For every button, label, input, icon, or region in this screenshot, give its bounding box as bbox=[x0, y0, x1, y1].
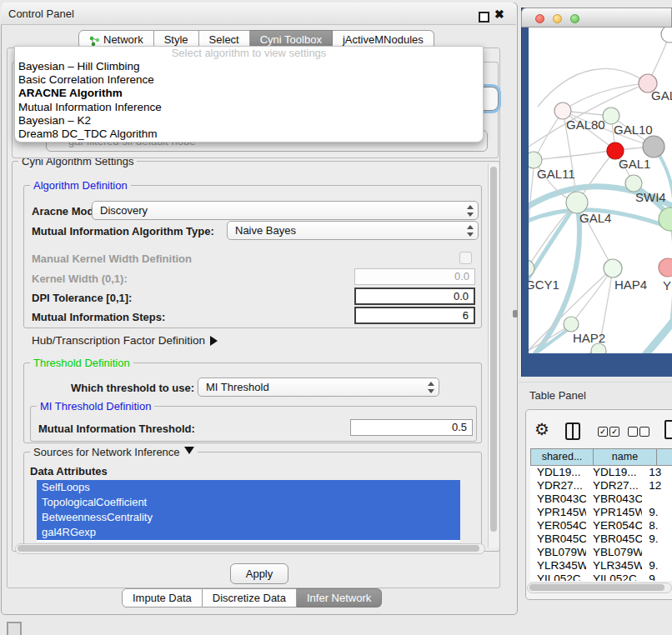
settings-vertical-scrollbar[interactable] bbox=[488, 163, 499, 548]
table-row[interactable]: YBL079WYBL079W bbox=[530, 546, 672, 559]
float-window-icon[interactable] bbox=[479, 12, 489, 22]
gear-icon[interactable]: ⚙ bbox=[534, 419, 549, 439]
table-cell: YDR27... bbox=[530, 479, 586, 492]
table-cell bbox=[642, 546, 672, 559]
mi-algorithm-type-combo[interactable]: Naive Bayes bbox=[227, 221, 479, 240]
table-row[interactable]: YBR045CYBR045C9. bbox=[530, 532, 672, 546]
algorithm-option-aracne-algorithm[interactable]: ARACNE Algorithm bbox=[15, 87, 483, 100]
collapsed-arrow-icon bbox=[210, 336, 223, 346]
settings-scrollbar-thumb[interactable] bbox=[490, 167, 497, 532]
aracne-mode-combo[interactable]: Discovery bbox=[92, 201, 479, 220]
panel-split-handle[interactable] bbox=[513, 310, 518, 318]
table-row[interactable]: YIL052CYIL052C9 bbox=[530, 572, 672, 581]
attribute-item-selfloops[interactable]: SelfLoops bbox=[37, 480, 460, 495]
manual-kernel-label: Manual Kernel Width Definition bbox=[32, 252, 192, 265]
zoom-window-light-icon[interactable] bbox=[570, 14, 579, 23]
dpi-tolerance-field[interactable]: 0.0 bbox=[354, 288, 475, 305]
control-panel-title: Control Panel bbox=[8, 8, 74, 20]
expanded-arrow-icon bbox=[184, 447, 194, 459]
mi-steps-field[interactable]: 6 bbox=[354, 307, 475, 324]
table-cell: 13 bbox=[642, 466, 672, 479]
combo-arrows-icon bbox=[466, 204, 474, 218]
settings-horizontal-scrollbar[interactable] bbox=[15, 543, 485, 554]
column-header-cut[interactable] bbox=[657, 448, 672, 466]
kernel-width-field[interactable]: 0.0 bbox=[354, 268, 475, 285]
horizontal-scrollbar-thumb[interactable] bbox=[18, 545, 479, 552]
minimize-window-light-icon[interactable] bbox=[553, 14, 562, 23]
table-cell: 9. bbox=[642, 506, 672, 519]
tab-impute-data[interactable]: Impute Data bbox=[122, 588, 203, 608]
unchecked-box-icon[interactable] bbox=[628, 427, 638, 437]
hub-section-label: Hub/Transcription Factor Definition bbox=[32, 334, 205, 347]
tab-discretize-data[interactable]: Discretize Data bbox=[203, 588, 297, 608]
table-cell: 12 bbox=[642, 479, 672, 492]
kernel-width-label: Kernel Width (0,1): bbox=[32, 272, 128, 285]
algorithm-option-mutual-information-inference[interactable]: Mutual Information Inference bbox=[15, 101, 483, 114]
aracne-mode-value: Discovery bbox=[100, 204, 148, 217]
table-cell: YBR043C bbox=[586, 492, 642, 506]
network-canvas[interactable] bbox=[529, 28, 672, 353]
algorithm-option-bayesian-hill-climbing[interactable]: Bayesian – Hill Climbing bbox=[15, 60, 483, 73]
table-cell: YIL052C bbox=[530, 572, 586, 581]
column-header-shared[interactable]: shared... bbox=[530, 448, 594, 466]
unchecked-box-icon[interactable] bbox=[639, 427, 649, 437]
checked-box-icon[interactable]: ✓ bbox=[609, 427, 619, 437]
algorithm-option-dream8-dc-tdc-algorithm[interactable]: Dream8 DC_TDC Algorithm bbox=[15, 128, 483, 141]
document-icon[interactable] bbox=[664, 420, 672, 439]
algorithm-dropdown-popup: Select algorithm to view settings Bayesi… bbox=[14, 46, 484, 142]
which-threshold-combo[interactable]: MI Threshold bbox=[198, 378, 439, 397]
table-body[interactable]: YDL19...YDL19...13YDR27...YDR27...12YBR0… bbox=[530, 466, 672, 581]
table-cell: YLR345W bbox=[586, 559, 642, 572]
table-cell: 9. bbox=[642, 532, 672, 546]
table-horizontal-scrollbar[interactable] bbox=[527, 582, 672, 593]
hub-section-toggle[interactable]: Hub/Transcription Factor Definition bbox=[32, 334, 223, 347]
close-window-light-icon[interactable] bbox=[535, 14, 544, 23]
table-header-row: shared...name bbox=[530, 448, 672, 466]
docked-window-icon[interactable] bbox=[7, 622, 22, 635]
dpi-tolerance-label: DPI Tolerance [0,1]: bbox=[32, 292, 132, 304]
table-row[interactable]: YDR27...YDR27...12 bbox=[530, 479, 672, 492]
table-cell: YDL19... bbox=[586, 466, 642, 479]
close-icon[interactable]: ✖ bbox=[494, 8, 504, 21]
apply-button[interactable]: Apply bbox=[230, 563, 288, 584]
tab-label: Impute Data bbox=[133, 589, 192, 607]
tab-label: Infer Network bbox=[307, 589, 371, 607]
mi-threshold-label: Mutual Information Threshold: bbox=[38, 422, 195, 435]
attribute-item-gal4rgexp[interactable]: gal4RGexp bbox=[37, 525, 460, 540]
mi-type-label: Mutual Information Algorithm Type: bbox=[32, 225, 214, 238]
algorithm-option-list: Bayesian – Hill ClimbingBasic Correlatio… bbox=[15, 60, 483, 141]
panel-divider bbox=[519, 382, 672, 382]
table-cell: YER054C bbox=[586, 519, 642, 532]
combo-arrows-icon bbox=[466, 224, 474, 238]
network-window-titlebar[interactable] bbox=[521, 8, 672, 28]
algorithm-option-bayesian-k2[interactable]: Bayesian – K2 bbox=[15, 114, 483, 128]
mi-threshold-field[interactable]: 0.5 bbox=[350, 419, 473, 436]
table-cell: 8. bbox=[642, 519, 672, 532]
data-attributes-label: Data Attributes bbox=[30, 465, 108, 478]
table-row[interactable]: YER054CYER054C8. bbox=[530, 519, 672, 532]
tab-infer-network[interactable]: Infer Network bbox=[297, 588, 382, 608]
algorithm-dropdown-placeholder: Select algorithm to view settings bbox=[15, 47, 483, 60]
manual-kernel-checkbox[interactable] bbox=[459, 252, 472, 264]
table-cell: YER054C bbox=[530, 519, 586, 532]
table-row[interactable]: YDL19...YDL19...13 bbox=[530, 466, 672, 479]
table-cell: YBR045C bbox=[530, 532, 586, 546]
sources-group-label: Sources for Network Inference bbox=[33, 446, 180, 458]
table-cell: YBR045C bbox=[586, 532, 642, 546]
table-scrollbar-thumb[interactable] bbox=[529, 584, 664, 591]
table-cell: YDR27... bbox=[586, 479, 642, 492]
data-attributes-list[interactable]: SelfLoopsTopologicalCoefficientBetweenne… bbox=[37, 480, 460, 542]
control-panel-titlebar bbox=[1, 2, 516, 25]
table-row[interactable]: YLR345WYLR345W9. bbox=[530, 559, 672, 572]
column-header-name[interactable]: name bbox=[594, 448, 657, 466]
sources-group-title[interactable]: Sources for Network Inference bbox=[30, 446, 198, 459]
columns-icon[interactable] bbox=[565, 422, 580, 440]
table-row[interactable]: YBR043CYBR043C bbox=[530, 492, 672, 506]
algorithm-option-basic-correlation-inference[interactable]: Basic Correlation Inference bbox=[15, 73, 483, 87]
threshold-definition-title: Threshold Definition bbox=[30, 357, 133, 369]
which-threshold-label: Which threshold to use: bbox=[71, 382, 194, 394]
attribute-item-betweennesscentrality[interactable]: BetweennessCentrality bbox=[37, 510, 460, 525]
checked-box-icon[interactable]: ✓ bbox=[598, 427, 608, 437]
attribute-item-topologicalcoefficient[interactable]: TopologicalCoefficient bbox=[37, 495, 460, 510]
table-row[interactable]: YPR145WYPR145W9. bbox=[530, 506, 672, 519]
